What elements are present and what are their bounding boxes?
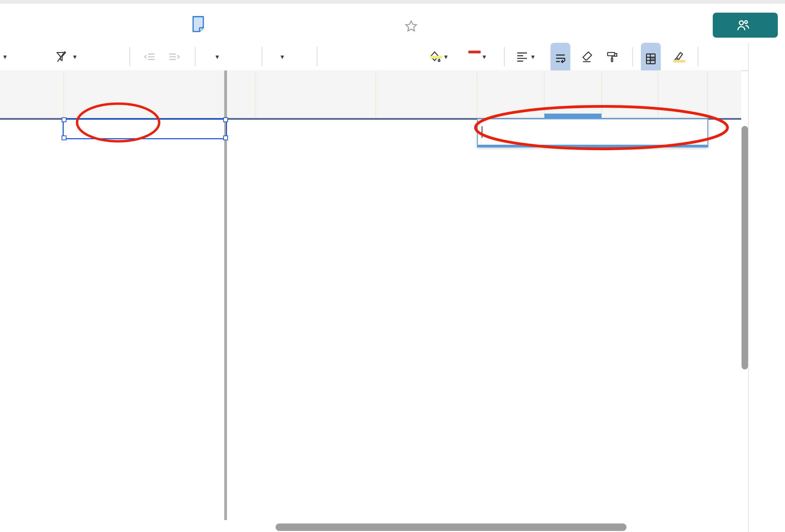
right-sidebar — [748, 43, 785, 532]
outdent-icon — [143, 50, 156, 63]
favorite-star-icon[interactable] — [404, 19, 418, 34]
highlighter-icon — [672, 50, 685, 63]
highlight-swatch — [673, 60, 685, 63]
header-gridline — [255, 72, 255, 118]
filter-off-icon — [55, 50, 68, 63]
toolbar-divider — [504, 47, 505, 66]
header-gridline — [658, 72, 658, 118]
font-family-select[interactable]: ▾ — [213, 43, 219, 70]
sheet-icon — [192, 16, 205, 33]
selection-handle[interactable] — [62, 135, 66, 140]
toolbar-divider — [195, 47, 195, 66]
chevron-down-icon: ▾ — [3, 53, 7, 61]
erase-format-button[interactable] — [581, 43, 594, 70]
chevron-down-icon: ▾ — [281, 53, 284, 61]
indent-button[interactable] — [168, 43, 181, 70]
title-bar — [0, 3, 785, 43]
text-color-button[interactable]: ▾ — [467, 43, 486, 70]
toolbar-divider — [317, 47, 317, 66]
header-gridline — [376, 72, 376, 118]
text-color-swatch — [468, 51, 481, 53]
format-painter-button[interactable] — [606, 43, 619, 70]
header-gridline — [544, 72, 545, 118]
text-cursor — [482, 126, 482, 138]
outdent-button[interactable] — [143, 43, 156, 70]
highlight-changes-button[interactable] — [672, 43, 685, 70]
fill-color-button[interactable]: ▾ — [429, 43, 447, 70]
browser-edge-strip — [0, 0, 785, 3]
paint-roller-icon — [606, 50, 619, 63]
font-size-select[interactable]: ▾ — [278, 43, 284, 70]
formula-edit-box[interactable] — [477, 118, 708, 147]
chevron-down-icon: ▾ — [483, 53, 486, 61]
indent-icon — [168, 50, 181, 63]
chevron-down-icon: ▾ — [216, 53, 219, 61]
align-button[interactable]: ▾ — [516, 43, 534, 70]
header-gridline — [477, 72, 477, 118]
toolbar-divider — [698, 47, 698, 66]
view-menu[interactable]: ▾ — [1, 43, 7, 70]
toolbar-divider — [632, 47, 633, 66]
eraser-icon — [581, 50, 594, 63]
toolbar-divider — [129, 47, 130, 66]
frozen-column-divider[interactable] — [224, 70, 227, 520]
header-gridline — [602, 72, 602, 118]
fill-color-swatch — [430, 56, 442, 59]
chevron-down-icon: ▾ — [444, 53, 447, 61]
header-gridline — [63, 72, 64, 118]
share-people-icon — [736, 18, 751, 33]
selected-cell-outline — [63, 118, 227, 139]
align-left-icon — [516, 50, 529, 63]
column-header-row — [0, 70, 741, 118]
toolbar-divider — [262, 47, 262, 66]
wrap-text-icon — [554, 52, 567, 65]
wrap-text-button[interactable] — [550, 43, 570, 75]
horizontal-scrollbar[interactable] — [276, 523, 626, 531]
share-button[interactable] — [713, 13, 778, 38]
card-view-button[interactable] — [641, 43, 661, 75]
table-grid-icon — [644, 52, 657, 65]
header-gridline — [707, 72, 708, 118]
chevron-down-icon: ▾ — [531, 53, 534, 61]
editing-column-indicator — [544, 114, 602, 118]
filter-menu[interactable]: ▾ — [55, 43, 76, 70]
toolbar: ▾ ▾ ▾ ▾ ▾ ▾ ▾ — [0, 43, 785, 71]
vertical-scrollbar[interactable] — [742, 126, 748, 369]
chevron-down-icon: ▾ — [73, 53, 76, 61]
fill-color-icon — [429, 50, 442, 63]
